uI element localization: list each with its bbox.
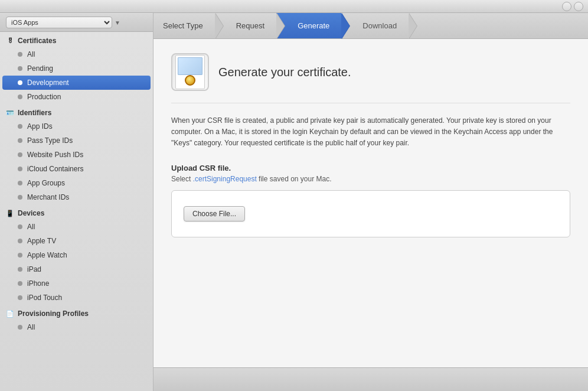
sidebar-item-apple-tv[interactable]: Apple TV <box>0 234 153 248</box>
page-title: Generate your certificate. <box>218 66 351 79</box>
dot-icon <box>18 281 22 286</box>
id-badge-icon: 🪪 <box>6 109 14 117</box>
dot-icon <box>18 152 22 157</box>
breadcrumb-bar: Select Type Request Generate Download <box>153 13 588 39</box>
sidebar-item-all-certs[interactable]: All <box>0 47 153 61</box>
dot-icon <box>18 80 22 85</box>
provisioning-section-header: 📄 Provisioning Profiles <box>0 305 153 320</box>
upload-box: Choose File... <box>171 190 570 237</box>
sidebar-item-app-groups[interactable]: App Groups <box>0 176 153 190</box>
dot-icon <box>18 295 22 300</box>
upload-label: Upload CSR file. <box>171 164 570 172</box>
sidebar-item-ipad[interactable]: iPad <box>0 262 153 276</box>
sidebar-item-all-profiles[interactable]: All <box>0 320 153 334</box>
tab-request[interactable]: Request <box>215 13 276 38</box>
ios-apps-header: iOS Apps ▼ <box>0 13 153 32</box>
cert-header: Generate your certificate. <box>171 53 570 103</box>
top-bar <box>0 0 588 13</box>
sidebar-item-pending[interactable]: Pending <box>0 61 153 76</box>
identifiers-section-header: 🪪 Identifiers <box>0 104 153 119</box>
content-footer <box>153 367 588 391</box>
minimize-button[interactable] <box>562 2 571 11</box>
dot-icon <box>18 195 22 200</box>
dot-icon <box>18 66 22 71</box>
provisioning-icon: 📄 <box>6 309 14 318</box>
sidebar-item-website-push-ids[interactable]: Website Push IDs <box>0 148 153 162</box>
dot-icon <box>18 124 22 129</box>
sidebar-item-merchant-ids[interactable]: Merchant IDs <box>0 190 153 204</box>
certificate-icon: 🎖 <box>6 37 14 45</box>
maximize-button[interactable] <box>574 2 583 11</box>
dot-icon <box>18 167 22 171</box>
dot-icon <box>18 224 22 229</box>
sidebar-item-iphone[interactable]: iPhone <box>0 276 153 291</box>
sidebar-item-development[interactable]: Development <box>2 76 151 90</box>
ios-apps-select[interactable]: iOS Apps <box>6 17 112 28</box>
sidebar-item-apple-watch[interactable]: Apple Watch <box>0 248 153 262</box>
chevron-down-icon: ▼ <box>115 19 120 26</box>
sidebar-item-pass-type-ids[interactable]: Pass Type IDs <box>0 133 153 148</box>
dot-icon <box>18 181 22 185</box>
upload-section: Upload CSR file. Select .certSigningRequ… <box>171 164 570 237</box>
choose-file-button[interactable]: Choose File... <box>184 206 245 221</box>
tab-generate[interactable]: Generate <box>276 13 341 38</box>
device-icon: 📱 <box>6 209 14 217</box>
dot-icon <box>18 138 22 143</box>
devices-section-header: 📱 Devices <box>0 204 153 220</box>
certificates-section-header: 🎖 Certificates <box>0 32 153 47</box>
cert-signing-request-link[interactable]: .certSigningRequest <box>193 175 257 183</box>
content-area: Select Type Request Generate Download <box>153 13 588 391</box>
main-content: Generate your certificate. When your CSR… <box>153 39 588 367</box>
sidebar: iOS Apps ▼ 🎖 Certificates All Pending De… <box>0 13 153 391</box>
info-text: When your CSR file is created, a public … <box>171 115 555 149</box>
sidebar-item-icloud-containers[interactable]: iCloud Containers <box>0 162 153 176</box>
dot-icon <box>18 253 22 258</box>
sidebar-item-production[interactable]: Production <box>0 90 153 104</box>
dot-icon <box>18 325 22 330</box>
dot-icon <box>18 267 22 272</box>
sidebar-item-all-devices[interactable]: All <box>0 220 153 234</box>
certificate-image <box>171 53 209 91</box>
sidebar-item-app-ids[interactable]: App IDs <box>0 119 153 133</box>
sidebar-item-ipod-touch[interactable]: iPod Touch <box>0 291 153 305</box>
dot-icon <box>18 95 22 99</box>
dot-icon <box>18 52 22 57</box>
upload-sub: Select .certSigningRequest file saved on… <box>171 175 570 183</box>
dot-icon <box>18 239 22 243</box>
tab-download[interactable]: Download <box>341 13 409 38</box>
tab-select-type[interactable]: Select Type <box>153 13 215 38</box>
